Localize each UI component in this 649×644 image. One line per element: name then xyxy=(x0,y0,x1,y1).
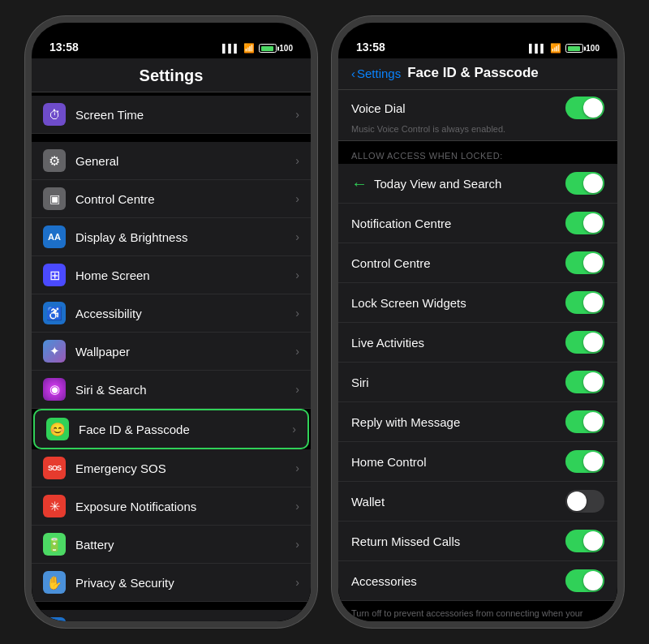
privacy-icon: ✋ xyxy=(43,571,66,594)
siri-toggle[interactable] xyxy=(565,371,604,393)
sos-chevron: › xyxy=(295,462,299,474)
faceid-label: Face ID & Passcode xyxy=(79,423,289,436)
lock-screen-label: Lock Screen Widgets xyxy=(351,296,565,310)
return-missed-label: Return Missed Calls xyxy=(351,535,565,548)
reply-message-toggle[interactable] xyxy=(565,410,604,433)
sos-icon: SOS xyxy=(43,457,66,479)
toggle-row-home-control[interactable]: Home Control xyxy=(338,442,617,482)
settings-title: Settings xyxy=(32,58,311,92)
faceid-icon: 😊 xyxy=(46,418,69,440)
live-activities-toggle[interactable] xyxy=(565,331,604,354)
screentime-icon: ⏱ xyxy=(43,103,66,126)
battery-icon-left: 100 xyxy=(259,44,293,53)
settings-row-battery[interactable]: 🔋 Battery › xyxy=(32,526,311,564)
wallet-toggle[interactable] xyxy=(565,490,604,513)
toggle-row-reply-message[interactable]: Reply with Message xyxy=(338,402,617,442)
general-label: General xyxy=(75,154,292,168)
faceid-chevron: › xyxy=(292,423,296,436)
toggle-row-notification-centre[interactable]: Notification Centre xyxy=(338,204,617,243)
privacy-label: Privacy & Security xyxy=(75,576,292,590)
status-icons-left: ▌▌▌ 📶 100 xyxy=(222,43,293,54)
voice-dial-toggle[interactable] xyxy=(565,97,604,119)
settings-row-appstore[interactable]: A App Store › xyxy=(32,610,311,621)
settings-row-general[interactable]: ⚙ General › xyxy=(32,142,311,180)
control-centre-toggle[interactable] xyxy=(565,251,604,274)
wifi-icon-right: 📶 xyxy=(550,43,561,54)
back-chevron-icon: ‹ xyxy=(351,67,355,80)
toggle-row-siri[interactable]: Siri xyxy=(338,363,617,402)
settings-group-3: A App Store › 💳 Wallet & Apple Pay › xyxy=(32,610,311,621)
display-chevron: › xyxy=(295,230,299,243)
back-label: Settings xyxy=(357,67,401,80)
general-icon: ⚙ xyxy=(43,149,66,172)
controlcentre-label: Control Centre xyxy=(75,192,292,206)
exposure-label: Exposure Notifications xyxy=(75,500,292,513)
back-button[interactable]: ‹ Settings xyxy=(351,67,401,80)
settings-row-siri[interactable]: ◉ Siri & Search › xyxy=(32,371,311,409)
sos-label: Emergency SOS xyxy=(75,462,292,475)
accessories-toggle[interactable] xyxy=(565,569,604,592)
accessibility-chevron: › xyxy=(295,307,299,320)
notification-centre-toggle[interactable] xyxy=(565,212,604,234)
wifi-icon-left: 📶 xyxy=(243,43,255,54)
toggle-row-return-missed[interactable]: Return Missed Calls xyxy=(338,522,617,561)
today-view-arrow: ← xyxy=(351,174,367,193)
voice-dial-section: Voice Dial Music Voice Control is always… xyxy=(338,90,617,141)
accessories-note: Turn off to prevent accessories from con… xyxy=(338,601,617,621)
accessibility-label: Accessibility xyxy=(75,307,292,320)
time-left: 13:58 xyxy=(49,41,79,54)
battery-label: Battery xyxy=(75,538,292,552)
reply-message-label: Reply with Message xyxy=(351,415,565,429)
notch-left xyxy=(122,23,220,45)
music-note: Music Voice Control is always enabled. xyxy=(351,124,604,134)
privacy-chevron: › xyxy=(295,576,299,589)
accessibility-icon: ♿ xyxy=(43,302,66,324)
settings-group-1: ⏱ Screen Time › xyxy=(32,96,311,134)
lock-screen-toggle[interactable] xyxy=(565,291,604,314)
live-activities-label: Live Activities xyxy=(351,336,565,350)
appstore-icon: A xyxy=(43,617,66,621)
siri-chevron: › xyxy=(295,383,299,396)
settings-row-wallpaper[interactable]: ✦ Wallpaper › xyxy=(32,333,311,371)
today-view-label: Today View and Search xyxy=(374,177,565,191)
settings-row-screen-time[interactable]: ⏱ Screen Time › xyxy=(32,96,311,134)
return-missed-toggle[interactable] xyxy=(565,530,604,552)
battery-chevron: › xyxy=(295,538,299,551)
toggle-row-lock-screen[interactable]: Lock Screen Widgets xyxy=(338,283,617,323)
settings-row-home-screen[interactable]: ⊞ Home Screen › xyxy=(32,256,311,294)
toggle-row-wallet[interactable]: Wallet xyxy=(338,482,617,522)
notch-right xyxy=(429,23,527,45)
siri-label: Siri & Search xyxy=(75,383,292,397)
faceid-page-title: Face ID & Passcode xyxy=(407,65,539,81)
settings-row-face-id[interactable]: 😊 Face ID & Passcode › xyxy=(33,409,309,449)
today-view-toggle[interactable] xyxy=(565,172,604,195)
toggle-row-today-view[interactable]: ← Today View and Search xyxy=(338,164,617,204)
signal-icon-right: ▌▌▌ xyxy=(529,44,546,53)
wallet-toggle-label: Wallet xyxy=(351,495,565,509)
toggle-row-accessories[interactable]: Accessories xyxy=(338,561,617,601)
settings-row-accessibility[interactable]: ♿ Accessibility › xyxy=(32,294,311,333)
home-control-toggle[interactable] xyxy=(565,450,604,473)
settings-row-display[interactable]: AA Display & Brightness › xyxy=(32,218,311,256)
wallpaper-chevron: › xyxy=(295,345,299,358)
controlcentre-icon: ▣ xyxy=(43,187,66,210)
settings-row-control-centre[interactable]: ▣ Control Centre › xyxy=(32,180,311,218)
exposure-icon: ✳ xyxy=(43,495,66,517)
toggle-row-control-centre[interactable]: Control Centre xyxy=(338,243,617,283)
screentime-chevron: › xyxy=(295,108,299,121)
left-phone: 13:58 ▌▌▌ 📶 100 Settings ⏱ Screen Time xyxy=(25,16,317,628)
general-chevron: › xyxy=(295,154,299,167)
settings-row-privacy[interactable]: ✋ Privacy & Security › xyxy=(32,564,311,602)
toggle-row-live-activities[interactable]: Live Activities xyxy=(338,323,617,363)
voice-dial-label: Voice Dial xyxy=(351,101,406,115)
settings-row-exposure[interactable]: ✳ Exposure Notifications › xyxy=(32,487,311,526)
settings-screen: Settings ⏱ Screen Time › ⚙ General xyxy=(32,58,311,621)
display-icon: AA xyxy=(43,225,66,248)
settings-row-sos[interactable]: SOS Emergency SOS › xyxy=(32,449,311,487)
wallpaper-icon: ✦ xyxy=(43,340,66,363)
section-label: ALLOW ACCESS WHEN LOCKED: xyxy=(338,141,617,164)
faceid-content: Voice Dial Music Voice Control is always… xyxy=(338,90,617,621)
time-right: 13:58 xyxy=(356,41,385,54)
homescreen-chevron: › xyxy=(295,268,299,281)
signal-icon-left: ▌▌▌ xyxy=(222,44,239,53)
